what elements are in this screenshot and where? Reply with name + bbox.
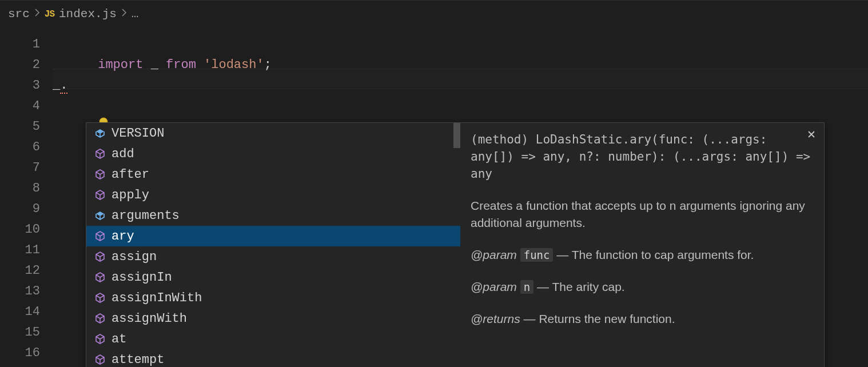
intellisense-suggest-widget[interactable]: VERSIONaddafterapplyargumentsaryassignas… xyxy=(86,122,825,367)
field-icon xyxy=(94,210,106,221)
doc-param-desc: The function to cap arguments for. xyxy=(572,248,754,261)
line-number: 5 xyxy=(0,117,53,137)
suggest-item-at[interactable]: at xyxy=(86,329,460,349)
suggest-item-assignWith[interactable]: assignWith xyxy=(86,308,460,329)
method-icon xyxy=(94,148,106,159)
method-icon xyxy=(94,313,106,324)
suggest-item-label: assign xyxy=(112,250,452,264)
method-icon xyxy=(94,230,106,242)
identifier: _ xyxy=(53,78,60,93)
line-number: 3 xyxy=(0,75,53,96)
method-icon xyxy=(94,272,106,283)
suggest-item-label: assignWith xyxy=(112,312,452,326)
line-number: 15 xyxy=(0,322,53,343)
doc-description: Creates a function that accepts up to n … xyxy=(471,197,814,232)
suggest-item-ary[interactable]: ary xyxy=(86,226,460,246)
suggest-item-label: attempt xyxy=(112,353,452,367)
breadcrumb-folder[interactable]: src xyxy=(8,7,30,21)
suggest-item-label: assignInWith xyxy=(112,291,452,305)
breadcrumb-file[interactable]: index.js xyxy=(59,7,117,21)
doc-param-row: @param func — The function to cap argume… xyxy=(471,246,814,264)
line-number: 8 xyxy=(0,178,53,199)
suggest-item-assignInWith[interactable]: assignInWith xyxy=(86,288,460,308)
breadcrumb-symbol[interactable]: … xyxy=(132,7,139,21)
chevron-right-icon xyxy=(121,9,127,19)
line-number-gutter: 12345678910111213141516 xyxy=(0,27,53,367)
close-icon[interactable] xyxy=(805,127,818,141)
code-line[interactable] xyxy=(53,55,868,75)
suggest-item-label: add xyxy=(112,147,452,161)
suggest-item-VERSION[interactable]: VERSION xyxy=(86,123,460,143)
line-number: 13 xyxy=(0,281,53,302)
suggest-list[interactable]: VERSIONaddafterapplyargumentsaryassignas… xyxy=(86,123,460,367)
js-file-icon: JS xyxy=(45,9,54,19)
doc-tag-param: @param xyxy=(471,248,517,261)
doc-param-desc: The arity cap. xyxy=(552,280,624,293)
doc-param-row: @param n — The arity cap. xyxy=(471,278,814,296)
code-line[interactable]: _. xyxy=(53,75,868,96)
code-line[interactable] xyxy=(53,96,868,117)
method-icon xyxy=(94,333,106,345)
line-number: 16 xyxy=(0,343,53,364)
method-icon xyxy=(94,354,106,365)
doc-tag-returns: @returns xyxy=(471,312,520,325)
field-icon xyxy=(94,127,106,139)
line-number: 1 xyxy=(0,34,53,55)
suggest-item-after[interactable]: after xyxy=(86,164,460,185)
suggest-item-assignIn[interactable]: assignIn xyxy=(86,267,460,288)
doc-param-name: func xyxy=(520,248,554,262)
line-number: 11 xyxy=(0,240,53,261)
suggest-item-label: assignIn xyxy=(112,270,452,285)
suggest-item-arguments[interactable]: arguments xyxy=(86,205,460,226)
chevron-right-icon xyxy=(34,9,40,19)
line-number: 10 xyxy=(0,220,53,240)
suggest-item-label: ary xyxy=(112,229,452,244)
line-number: 7 xyxy=(0,158,53,178)
suggest-item-add[interactable]: add xyxy=(86,143,460,164)
suggest-documentation-panel: (method) LoDashStatic.ary(func: (...args… xyxy=(460,123,824,367)
suggest-item-assign[interactable]: assign xyxy=(86,246,460,267)
line-number: 12 xyxy=(0,261,53,281)
doc-returns-row: @returns — Returns the new function. xyxy=(471,310,814,328)
doc-tag-param: @param xyxy=(471,280,517,293)
dot-operator: . xyxy=(60,78,67,94)
code-line[interactable]: import _ from 'lodash'; xyxy=(53,34,868,55)
line-number: 4 xyxy=(0,96,53,117)
line-number: 9 xyxy=(0,199,53,220)
scrollbar-thumb[interactable] xyxy=(453,123,460,148)
line-number: 2 xyxy=(0,55,53,75)
suggest-item-label: at xyxy=(112,332,452,346)
suggest-item-apply[interactable]: apply xyxy=(86,185,460,205)
method-icon xyxy=(94,251,106,262)
method-icon xyxy=(94,169,106,180)
suggest-item-label: arguments xyxy=(112,209,452,223)
line-number: 6 xyxy=(0,137,53,158)
suggest-item-label: VERSION xyxy=(112,126,452,141)
doc-signature: (method) LoDashStatic.ary(func: (...args… xyxy=(471,131,814,182)
doc-param-name: n xyxy=(520,280,533,294)
method-icon xyxy=(94,189,106,201)
suggest-item-label: after xyxy=(112,167,452,182)
method-icon xyxy=(94,292,106,304)
suggest-item-label: apply xyxy=(112,188,452,202)
breadcrumb[interactable]: src JS index.js … xyxy=(0,0,868,27)
line-number: 14 xyxy=(0,302,53,322)
editor-area[interactable]: 12345678910111213141516 import _ from 'l… xyxy=(0,27,868,367)
suggest-item-attempt[interactable]: attempt xyxy=(86,349,460,367)
doc-returns-desc: Returns the new function. xyxy=(539,312,675,325)
